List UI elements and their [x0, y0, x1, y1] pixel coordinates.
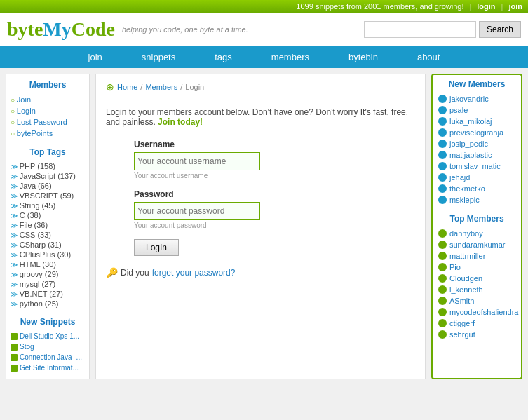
nav-bytebin[interactable]: bytebin — [329, 46, 398, 68]
forgot-text: Did you — [121, 268, 149, 278]
top-member-item: ASmith — [438, 295, 515, 306]
snippet-icon — [11, 365, 18, 372]
breadcrumb-divider — [106, 97, 415, 97]
avatar — [438, 274, 447, 283]
right-sidebar: New Members jakovandricpsaleluka_mikolaj… — [431, 74, 522, 379]
snippet-item: Stog — [11, 341, 85, 352]
members-link-list: Join Login Lost Password bytePoints — [11, 94, 85, 139]
avatar — [438, 117, 447, 126]
avatar — [438, 196, 447, 204]
nav-about[interactable]: about — [398, 46, 460, 68]
avatar — [438, 128, 447, 137]
snippet-item: Dell Studio Xps 1... — [11, 331, 85, 341]
new-member-item: psale — [438, 104, 515, 116]
snippet-item: Connection Java -... — [11, 352, 85, 363]
sidebar-lost-password[interactable]: Lost Password — [17, 118, 67, 126]
snippet-icon — [11, 354, 18, 361]
logo-my: My — [43, 18, 71, 40]
join-today-link[interactable]: Join today! — [158, 117, 203, 127]
tag-item: VB.NET (27) — [11, 289, 85, 299]
main-nav: join snippets tags members bytebin about — [0, 46, 528, 68]
content-wrapper: Members Join Login Lost Password bytePoi… — [0, 68, 528, 385]
top-member-item: ctiggerf — [438, 318, 515, 329]
tag-item: C (38) — [11, 210, 85, 220]
username-hint: Your account username — [134, 172, 415, 179]
new-member-item: tomislav_matic — [438, 161, 515, 172]
new-member-item: josip_pedic — [438, 138, 515, 149]
tag-item: JavaScript (137) — [11, 171, 85, 181]
avatar — [438, 308, 447, 316]
avatar — [438, 106, 447, 114]
top-member-item: Pio — [438, 262, 515, 273]
sidebar-join[interactable]: Join — [17, 95, 31, 104]
nav-join[interactable]: join — [69, 46, 122, 68]
password-hint: Your account password — [134, 222, 415, 229]
avatar — [438, 184, 447, 193]
forgot-link[interactable]: forget your password? — [152, 268, 236, 278]
username-input[interactable] — [134, 152, 260, 170]
avatar — [438, 151, 447, 159]
sidebar-bytepoints[interactable]: bytePoints — [17, 129, 53, 137]
top-bar-message: 1099 snippets from 2001 members, and gro… — [296, 2, 463, 11]
tagline: helping you code, one byte at a time. — [122, 25, 248, 34]
password-label: Password — [134, 189, 415, 199]
avatar — [438, 263, 447, 271]
top-member-item: mycodeofshaliendra — [438, 306, 515, 318]
key-icon: 🔑 — [106, 267, 118, 278]
top-member-list: dannyboysundaramkumarmattrmillerPioCloud… — [438, 228, 515, 340]
tag-item: PHP (158) — [11, 161, 85, 171]
tag-item: python (25) — [11, 299, 85, 309]
top-bar: 1099 snippets from 2001 members, and gro… — [0, 0, 528, 13]
nav-snippets[interactable]: snippets — [122, 46, 195, 68]
top-member-item: l_kenneth — [438, 284, 515, 295]
top-bar-join[interactable]: join — [508, 2, 522, 11]
sidebar-login[interactable]: Login — [17, 107, 36, 115]
search-button[interactable]: Search — [479, 21, 521, 38]
nav-members[interactable]: members — [252, 46, 329, 68]
avatar — [438, 229, 447, 238]
tag-list: PHP (158)JavaScript (137)Java (66)VBSCRI… — [11, 161, 85, 309]
breadcrumb-members[interactable]: Members — [145, 83, 177, 91]
new-member-item: jakovandric — [438, 93, 515, 104]
avatar — [438, 252, 447, 260]
globe-icon: ⊕ — [106, 81, 114, 93]
header: byteMyCode helping you code, one byte at… — [0, 13, 528, 46]
tag-item: Java (66) — [11, 181, 85, 191]
top-member-item: Cloudgen — [438, 273, 515, 284]
top-member-item: mattrmiller — [438, 250, 515, 262]
tag-item: VBSCRIPT (59) — [11, 191, 85, 201]
tag-item: mysql (27) — [11, 279, 85, 289]
tags-heading: Top Tags — [11, 147, 85, 157]
username-label: Username — [134, 140, 415, 149]
snippet-icon — [11, 333, 18, 340]
breadcrumb-home[interactable]: Home — [117, 83, 137, 91]
new-member-item: luka_mikolaj — [438, 116, 515, 127]
tag-item: CSS (33) — [11, 230, 85, 240]
top-bar-login[interactable]: login — [477, 2, 495, 11]
avatar — [438, 241, 447, 249]
main-content: ⊕ Home / Members / Login Login to your m… — [95, 74, 426, 379]
search-input[interactable] — [364, 21, 476, 38]
top-member-item: sehrgut — [438, 329, 515, 340]
password-group: Password Your account password — [106, 189, 415, 229]
new-members-heading: New Members — [438, 79, 515, 89]
avatar — [438, 162, 447, 170]
tag-item: File (36) — [11, 220, 85, 230]
password-input[interactable] — [134, 202, 260, 220]
tag-item: CPlusPlus (30) — [11, 250, 85, 259]
avatar — [438, 319, 447, 327]
nav-tags[interactable]: tags — [195, 46, 252, 68]
logo-byte: byte — [7, 18, 43, 40]
tag-item: groovy (29) — [11, 269, 85, 279]
logo-area: byteMyCode helping you code, one byte at… — [7, 18, 248, 41]
top-member-item: sundaramkumar — [438, 239, 515, 250]
snippet-item: Get Site Informat... — [11, 363, 85, 373]
login-button[interactable]: LogIn — [134, 239, 179, 256]
forgot-password: 🔑 Did you forget your password? — [106, 267, 415, 278]
tag-item: CSharp (31) — [11, 240, 85, 250]
new-member-list: jakovandricpsaleluka_mikolajpreviselogir… — [438, 93, 515, 205]
new-member-item: previselogiranja — [438, 127, 515, 138]
snippet-list: Dell Studio Xps 1...StogConnection Java … — [11, 331, 85, 373]
top-members-heading: Top Members — [438, 214, 515, 224]
logo[interactable]: byteMyCode — [7, 18, 115, 41]
